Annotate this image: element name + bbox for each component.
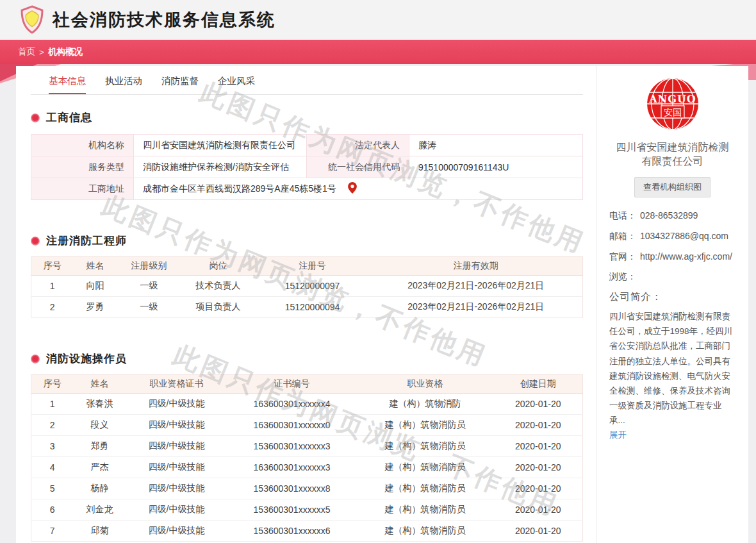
- cell: 四级/中级技能: [126, 521, 227, 542]
- cell: 张春洪: [74, 394, 126, 415]
- table-row: 1 张春洪 四级/中级技能 163600301xxxxxx4 建（构）筑物消防 …: [31, 394, 583, 415]
- cell: 技术负责人: [181, 276, 256, 297]
- table-row: 2 段义 四级/中级技能 163600301xxxxxx0 建（构）筑物消防员 …: [31, 415, 583, 436]
- map-pin-icon[interactable]: [348, 182, 357, 196]
- expand-link[interactable]: 展开: [609, 430, 627, 441]
- cell: 2023年02月21日-2026年02月21日: [370, 276, 583, 297]
- cell: 2020-01-20: [494, 415, 583, 436]
- contact-website: 官网： http://www.ag-xfjc.com/: [609, 250, 735, 264]
- logo-text-cn: 安国: [664, 107, 682, 117]
- cell: 向阳: [74, 276, 117, 297]
- cell: 5: [31, 478, 74, 499]
- cell: 建（构）筑物消防员: [357, 436, 494, 457]
- section-title-operators: 消防设施操作员: [31, 351, 583, 366]
- address-label: 工商地址: [31, 178, 134, 200]
- website-label: 官网：: [609, 250, 640, 264]
- cell: 四级/中级技能: [126, 457, 227, 478]
- cell: 建（构）筑物消防员: [357, 499, 494, 521]
- breadcrumb-home-link[interactable]: 首页: [18, 46, 35, 58]
- table-row: 工商地址 成都市金牛区羊西线蜀汉路289号A座45栋5楼1号: [31, 178, 583, 200]
- email-value: 1034327886@qq.com: [640, 230, 735, 244]
- table-row: 6 刘金龙 四级/中级技能 153600301xxxxxx5 建（构）筑物消防员…: [31, 499, 583, 521]
- cell: 杨静: [74, 478, 126, 499]
- sidebar: ANGUO 安国 四川省安国建筑消防检测 有限责任公司 查看机构组织图 电话： …: [596, 66, 748, 543]
- website-value: http://www.ag-xfjc.com/: [640, 250, 735, 264]
- cell: 一级: [117, 297, 181, 318]
- section-title-business-info: 工商信息: [31, 110, 583, 125]
- credit-code-label: 统一社会信用代码: [307, 156, 409, 178]
- col-header-cert-no: 证书编号: [227, 375, 357, 394]
- cell: 2020-01-20: [494, 478, 583, 499]
- cell: 项目负责人: [181, 297, 256, 318]
- view-org-chart-button[interactable]: 查看机构组织图: [634, 177, 711, 197]
- col-header-position: 岗位: [181, 257, 256, 276]
- operators-table: 序号 姓名 职业资格证书 证书编号 职业资格 创建日期 1 张春洪 四级/中级技…: [31, 374, 583, 542]
- credit-code-value: 91510000709161143U: [409, 156, 583, 178]
- cell: 2023年02月21日-2026年02月21日: [370, 297, 583, 318]
- cell: 建（构）筑物消防员: [357, 457, 494, 478]
- tab-company-showcase[interactable]: 企业风采: [218, 75, 255, 94]
- main-column: 基本信息 执业活动 消防监督 企业风采 工商信息 机构名称 四川省安国建筑消防检…: [16, 66, 596, 543]
- cell: 建（构）筑物消防: [357, 394, 494, 415]
- legal-rep-value: 滕涛: [409, 135, 583, 156]
- table-header-row: 序号 姓名 注册级别 岗位 注册号 注册有效期: [31, 257, 583, 276]
- contact-views: 浏览：: [609, 270, 735, 284]
- col-header-name: 姓名: [74, 257, 117, 276]
- cell: 四级/中级技能: [126, 415, 227, 436]
- cell: 刘金龙: [74, 499, 126, 521]
- company-profile-text: 四川省安国建筑消防检测有限责任公司，成立于1998年，经四川省公安消防总队批准，…: [609, 309, 735, 428]
- col-header-reg-level: 注册级别: [117, 257, 181, 276]
- section-title-engineers: 注册消防工程师: [31, 233, 583, 248]
- tab-fire-supervision[interactable]: 消防监督: [161, 75, 199, 94]
- col-header-cert: 职业资格证书: [126, 375, 227, 394]
- breadcrumb: 首页 > 机构概况: [0, 40, 756, 64]
- cell: 四级/中级技能: [126, 394, 227, 415]
- cell: 2020-01-20: [494, 499, 583, 521]
- address-cell: 成都市金牛区羊西线蜀汉路289号A座45栋5楼1号: [134, 178, 583, 200]
- contact-email: 邮箱： 1034327886@qq.com: [609, 230, 735, 244]
- table-row: 1 向阳 一级 技术负责人 15120000097 2023年02月21日-20…: [31, 276, 583, 297]
- phone-value: 028-86532899: [640, 209, 735, 223]
- cell: 段义: [74, 415, 126, 436]
- content-card: 基本信息 执业活动 消防监督 企业风采 工商信息 机构名称 四川省安国建筑消防检…: [16, 66, 748, 543]
- email-label: 邮箱：: [609, 230, 640, 244]
- cell: 建（构）筑物消防员: [357, 478, 494, 499]
- views-value: [640, 270, 735, 284]
- cell: 四级/中级技能: [126, 436, 227, 457]
- breadcrumb-separator: >: [39, 47, 44, 57]
- cell: 3: [31, 436, 74, 457]
- cell: 15120000097: [256, 276, 370, 297]
- cell: 郑勇: [74, 436, 126, 457]
- company-profile-title: 公司简介：: [609, 290, 735, 304]
- cell: 153600301xxxxxx6: [227, 521, 357, 542]
- company-name-line2: 有限责任公司: [609, 155, 735, 169]
- tab-basic-info[interactable]: 基本信息: [49, 75, 86, 94]
- logo-text-en: ANGUO: [648, 93, 696, 105]
- cell: 2020-01-20: [494, 457, 583, 478]
- legal-rep-label: 法定代表人: [307, 135, 409, 156]
- tab-practice-activity[interactable]: 执业活动: [105, 75, 142, 94]
- cell: 2: [31, 415, 74, 436]
- cell: 163600301xxxxxx0: [227, 415, 357, 436]
- red-bullet-icon: [31, 237, 40, 246]
- table-row: 5 杨静 四级/中级技能 153600301xxxxxx8 建（构）筑物消防员 …: [31, 478, 583, 499]
- cell: 邱菊: [74, 521, 126, 542]
- cell: 7: [31, 521, 74, 542]
- table-row: 4 严杰 四级/中级技能 163600301xxxxxx3 建（构）筑物消防员 …: [31, 457, 583, 478]
- engineers-table: 序号 姓名 注册级别 岗位 注册号 注册有效期 1 向阳 一级 技术负责人 15…: [31, 256, 583, 318]
- table-row: 7 邱菊 四级/中级技能 153600301xxxxxx6 建（构）筑物消防员 …: [31, 521, 583, 542]
- site-title: 社会消防技术服务信息系统: [53, 8, 275, 31]
- cell: 163600301xxxxxx4: [227, 394, 357, 415]
- cell: 4: [31, 457, 74, 478]
- cell: 严杰: [74, 457, 126, 478]
- breadcrumb-current: 机构概况: [48, 46, 83, 58]
- service-type-value: 消防设施维护保养检测/消防安全评估: [134, 156, 307, 178]
- top-header: 社会消防技术服务信息系统: [0, 0, 756, 40]
- views-label: 浏览：: [609, 270, 640, 284]
- org-name-value: 四川省安国建筑消防检测有限责任公司: [134, 135, 307, 156]
- cell: 建（构）筑物消防员: [357, 415, 494, 436]
- contact-list: 电话： 028-86532899 邮箱： 1034327886@qq.com 官…: [609, 209, 735, 284]
- service-type-label: 服务类型: [31, 156, 134, 178]
- cell: 建（构）筑物消防员: [357, 521, 494, 542]
- cell: 1: [31, 394, 74, 415]
